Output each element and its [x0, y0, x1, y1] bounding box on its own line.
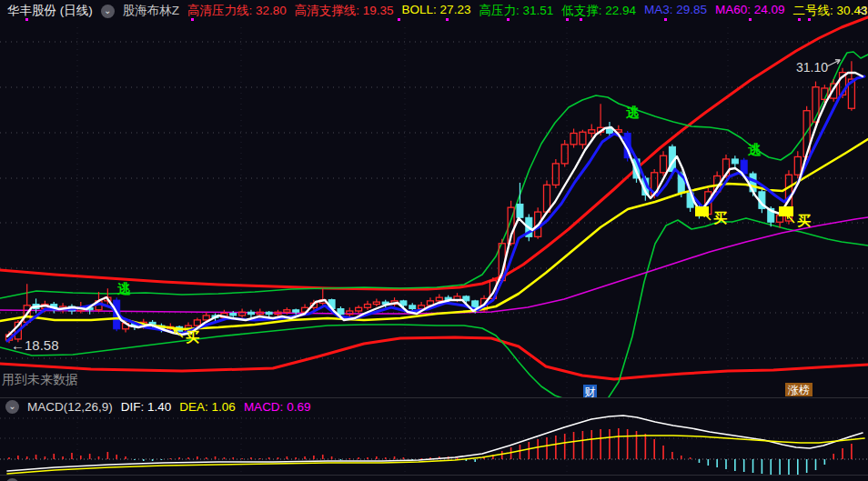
macd-bar-up	[573, 432, 575, 459]
dea-line	[7, 436, 864, 474]
macd-bar-up	[17, 456, 19, 459]
candle-down	[247, 310, 254, 318]
indicator-value-3: 高压力: 31.51	[479, 3, 553, 19]
macd-bar-up	[206, 457, 207, 459]
macd-bar-down	[797, 459, 799, 475]
macd-value-clipped-2: DEA: 1.06	[179, 478, 236, 481]
macd-bar-up	[98, 456, 100, 459]
fortune-tag-badge[interactable]: 财	[583, 385, 597, 397]
chevron-down-icon[interactable]: ⌄	[101, 5, 115, 18]
macd-bar-up	[35, 455, 37, 459]
macd-bar-down	[134, 459, 136, 460]
macd-value-2: DEA: 1.06	[179, 400, 236, 414]
top-bar: 华丰股份 (日线) ⌄ 股海布林Z 高清压力线: 32.80高清支撑线: 19.…	[0, 0, 868, 22]
macd-value-clipped-1: DIF: 1.40	[121, 478, 172, 481]
escape-signal-label: 逃	[747, 142, 762, 157]
macd-bar-up	[125, 456, 126, 459]
indicator-values: 高清压力线: 32.80高清支撑线: 19.35BOLL: 27.23高压力: …	[187, 3, 868, 19]
macd-bar-up	[322, 455, 324, 459]
macd-bar-down	[699, 459, 701, 463]
macd-bar-down	[743, 459, 745, 472]
macd-bar-up	[851, 444, 853, 459]
macd-value-1: DIF: 1.40	[121, 400, 172, 414]
escape-signal-label: 逃	[625, 105, 640, 120]
candle-up	[356, 306, 362, 314]
pressure-line	[0, 17, 868, 289]
collapse-chevron-icon[interactable]: ⌄	[5, 400, 19, 414]
buy-signal-box	[695, 206, 709, 216]
collapse-chevron-icon[interactable]: ⌄	[5, 478, 19, 481]
main-chart[interactable]: 逃逃逃买买买←18.5831.10用到未来数据财涨榜	[0, 0, 868, 397]
macd-bar-down	[824, 459, 826, 465]
macd-bar-up	[268, 457, 270, 459]
macd-bar-up	[45, 456, 46, 459]
indicator-value-1: 高清支撑线: 19.35	[295, 3, 394, 19]
buy-signal-marker: 买	[779, 206, 811, 228]
macd-value-clipped-3: MACD: 0.69	[244, 478, 311, 481]
macd-bar-up	[187, 457, 189, 459]
escape-signal-label: 逃	[116, 281, 131, 296]
macd-values: MACD(12,26,9)DIF: 1.40DEA: 1.06MACD: 0.6…	[27, 400, 310, 414]
indicator-value-6: MA60: 24.09	[715, 3, 785, 19]
candle-up	[347, 307, 353, 316]
macd-bar-up	[555, 436, 557, 459]
macd-bar-up	[564, 434, 566, 459]
macd-value-clipped-0: MACD(12,26,9)	[27, 478, 113, 481]
macd-values-clipped: MACD(12,26,9)DIF: 1.40DEA: 1.06MACD: 0.6…	[27, 478, 310, 481]
candle-up	[570, 129, 577, 148]
macd-bar-up	[376, 456, 378, 459]
macd-bar-up	[241, 458, 243, 459]
macd-bar-up	[690, 457, 691, 459]
macd-bar-up	[80, 456, 82, 459]
macd-bar-up	[197, 456, 198, 459]
macd-bar-up	[662, 446, 664, 459]
macd-bar-down	[762, 459, 763, 474]
low-price-label: ←18.58	[11, 337, 59, 353]
macd-bar-down	[161, 459, 163, 460]
more-indicator-icon[interactable]: ◁	[858, 4, 866, 16]
macd-value-3: MACD: 0.69	[244, 400, 311, 414]
macd-bar-up	[349, 458, 351, 459]
macd-bar-up	[645, 434, 647, 459]
macd-bar-up	[681, 456, 682, 459]
macd-bar-down	[815, 459, 817, 470]
macd-bar-down	[143, 459, 145, 461]
macd-bar-down	[708, 459, 710, 466]
macd-bar-up	[295, 457, 297, 459]
macd-bar-down	[716, 459, 718, 467]
gain-rank-badge[interactable]: 涨榜	[785, 383, 812, 396]
macd-bar-down	[806, 459, 808, 473]
macd-bar-up	[89, 454, 91, 459]
macd-bar-up	[618, 428, 620, 459]
macd-bar-down	[752, 459, 754, 473]
macd-bar-down	[152, 459, 154, 461]
macd-bar-up	[287, 456, 288, 459]
macd-bar-up	[671, 452, 673, 459]
macd-bar-up	[250, 457, 252, 459]
candle-up	[24, 284, 30, 326]
candle-up	[848, 61, 854, 110]
clipped-next-pane-row: ⌄ MACD(12,26,9)DIF: 1.40DEA: 1.06MACD: 0…	[0, 476, 868, 481]
dif-line	[7, 416, 863, 471]
macd-bar-up	[107, 452, 109, 459]
macd-bar-up	[842, 448, 843, 459]
macd-bar-up	[232, 457, 234, 459]
badge-label: 财	[585, 386, 596, 397]
candle-up	[373, 298, 379, 306]
macd-bar-up	[546, 437, 548, 459]
macd-bar-up	[385, 457, 387, 459]
macd-bar-down	[779, 459, 781, 475]
macd-bar-up	[313, 456, 315, 459]
indicator-value-5: MA3: 29.85	[644, 3, 707, 19]
indicator-value-4: 低支撑: 22.94	[561, 3, 636, 19]
candle-up	[661, 151, 667, 175]
macd-bar-up	[653, 439, 655, 459]
macd-bar-up	[170, 458, 172, 459]
macd-bar-up	[537, 439, 539, 459]
macd-bar-up	[8, 457, 10, 459]
macd-value-0: MACD(12,26,9)	[27, 400, 113, 414]
stock-title: 华丰股份 (日线)	[7, 3, 93, 19]
macd-bar-up	[358, 457, 359, 459]
macd-bar-up	[71, 453, 73, 459]
macd-bar-up	[609, 429, 611, 459]
